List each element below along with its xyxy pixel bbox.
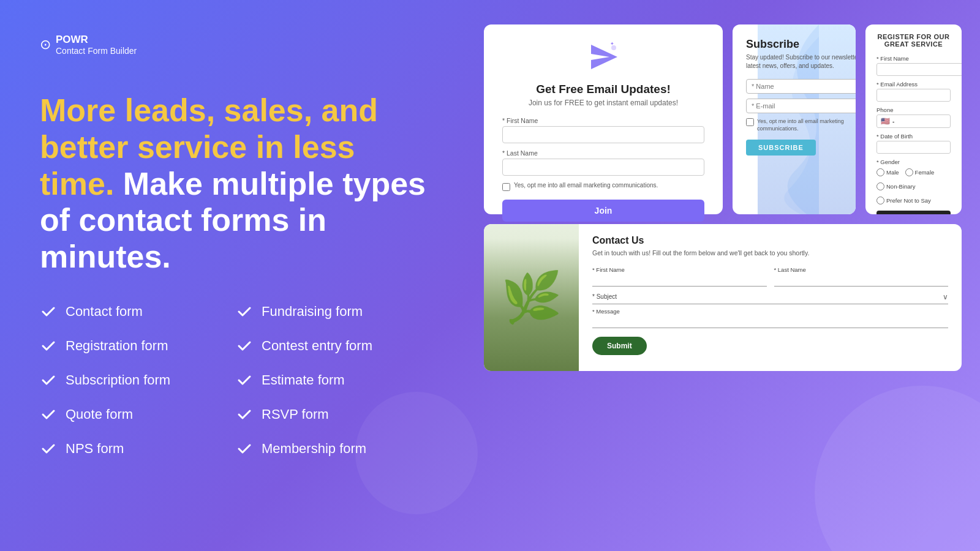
check-icon [236, 440, 253, 457]
gender-male-radio[interactable] [876, 168, 884, 176]
feature-label: Fundraising form [262, 304, 363, 320]
logo-area: ⊙ POWR Contact Form Builder [40, 34, 426, 56]
reg-first-name-label: * First Name [876, 55, 962, 62]
subscribe-title: Subscribe [746, 38, 856, 51]
feature-membership-form: Membership form [236, 440, 426, 457]
chevron-down-icon: ∨ [943, 293, 948, 301]
checkbox-label: Yes, opt me into all email marketing com… [514, 182, 658, 189]
reg-gender-options: Male Female Non-Binary Prefer Not t [876, 168, 951, 204]
checkbox-row: Yes, opt me into all email marketing com… [502, 182, 704, 191]
subscribe-checkbox-label: Yes, opt me into all email marketing com… [757, 118, 856, 132]
left-panel: ⊙ POWR Contact Form Builder More leads, … [0, 0, 466, 551]
logo-icon: ⊙ [40, 37, 51, 53]
feature-nps-form: NPS form [40, 440, 230, 457]
gender-female-radio[interactable] [905, 168, 913, 176]
features-grid: Contact form Registration form Subscript… [40, 303, 426, 457]
reg-email-input[interactable] [876, 89, 951, 102]
feature-label: Registration form [66, 338, 168, 354]
feature-label: RSVP form [262, 407, 329, 422]
check-icon [40, 337, 57, 354]
marketing-checkbox[interactable] [502, 183, 510, 191]
forms-bottom-row: 🌿 Contact Us Get in touch with us! Fill … [484, 224, 962, 371]
ivy-leaves: 🌿 [484, 224, 579, 371]
last-name-input[interactable] [502, 159, 704, 176]
contact-last-name-input[interactable] [774, 275, 949, 287]
register-body: REGISTER FOR OUR GREAT SERVICE * First N… [865, 24, 962, 214]
feature-label: Membership form [262, 441, 366, 457]
features-col1: Contact form Registration form Subscript… [40, 303, 230, 457]
register-form-card: HELLO REGISTER FOR OUR GREAT SERVICE * F… [865, 24, 962, 214]
feature-quote-form: Quote form [40, 406, 230, 423]
register-button[interactable]: REGISTER [876, 211, 951, 214]
feature-registration-form: Registration form [40, 337, 230, 354]
contact-subject-label: * Subject [592, 293, 617, 300]
contact-name-row: * First Name * Last Name [592, 266, 948, 287]
gender-prefer-not-label: Prefer Not to Say [886, 197, 931, 204]
contact-first-name-group: * First Name [592, 266, 767, 287]
reg-gender-group: * Gender Male Female Non-Binary [876, 159, 951, 204]
gender-nonbinary-radio[interactable] [876, 182, 884, 190]
gender-prefer-not-radio[interactable] [876, 197, 884, 204]
email-form-card: ✦ Get Free Email Updates! Join us for FR… [484, 24, 723, 214]
contact-last-name-label: * Last Name [774, 266, 949, 273]
gender-prefer-not[interactable]: Prefer Not to Say [876, 197, 931, 204]
gender-male-label: Male [886, 169, 899, 176]
check-icon [40, 303, 57, 320]
brand-name: POWR [56, 34, 137, 46]
feature-subscription-form: Subscription form [40, 372, 230, 389]
check-icon [236, 337, 253, 354]
contact-subject-row[interactable]: * Subject ∨ [592, 290, 948, 304]
contact-message-input[interactable] [592, 317, 948, 328]
check-icon [236, 303, 253, 320]
contact-last-name-group: * Last Name [774, 266, 949, 287]
check-icon [40, 406, 57, 423]
contact-first-name-input[interactable] [592, 275, 767, 287]
register-title: REGISTER FOR OUR GREAT SERVICE [876, 33, 951, 48]
brand-subtitle: Contact Form Builder [56, 46, 137, 56]
feature-label: Quote form [66, 407, 133, 422]
first-name-label: * First Name [502, 117, 538, 124]
logo-text: POWR Contact Form Builder [56, 34, 137, 56]
last-name-label: * Last Name [502, 149, 538, 157]
paper-plane-icon: ✦ [588, 42, 619, 78]
reg-email-group: * Email Address [876, 81, 951, 102]
reg-gender-label: * Gender [876, 159, 951, 165]
contact-submit-button[interactable]: Submit [592, 337, 647, 355]
feature-contact-form: Contact form [40, 303, 230, 320]
gender-nonbinary-label: Non-Binary [886, 183, 916, 190]
contact-title: Contact Us [592, 235, 948, 246]
email-form-title: Get Free Email Updates! [536, 83, 671, 96]
feature-label: NPS form [66, 441, 124, 457]
subscribe-form-card: Subscribe Stay updated! Subscribe to our… [733, 24, 856, 214]
reg-phone-input[interactable]: 🇺🇸 - [876, 114, 951, 128]
join-button[interactable]: Join [502, 200, 704, 222]
contact-message-group: * Message [592, 308, 948, 328]
subscribe-content: Subscribe Stay updated! Subscribe to our… [746, 38, 856, 156]
check-icon [236, 372, 253, 389]
gender-female[interactable]: Female [905, 168, 935, 176]
svg-text:✦: ✦ [610, 42, 614, 47]
subscribe-checkbox[interactable] [746, 118, 754, 126]
feature-estimate-form: Estimate form [236, 372, 426, 389]
subscribe-email-input[interactable] [746, 99, 856, 113]
first-name-input[interactable] [502, 126, 704, 143]
email-form-subtitle: Join us for FREE to get instant email up… [529, 99, 678, 107]
forms-top-row: ✦ Get Free Email Updates! Join us for FR… [484, 24, 962, 214]
subscribe-button[interactable]: SUBSCRIBE [746, 140, 816, 156]
reg-name-row: * First Name * Last Name [876, 55, 951, 76]
reg-first-name-input[interactable] [876, 63, 962, 76]
flag-icon: 🇺🇸 [881, 117, 890, 126]
subscribe-name-input[interactable] [746, 79, 856, 94]
feature-label: Contest entry form [262, 338, 372, 354]
reg-dob-group: * Date of Birth [876, 133, 951, 154]
gender-nonbinary[interactable]: Non-Binary [876, 182, 916, 190]
right-panel: ✦ Get Free Email Updates! Join us for FR… [466, 0, 980, 551]
reg-dob-input[interactable] [876, 141, 951, 154]
check-icon [40, 372, 57, 389]
feature-label: Estimate form [262, 372, 345, 388]
feature-contest-entry-form: Contest entry form [236, 337, 426, 354]
phone-dash: - [892, 118, 894, 125]
contact-subtitle: Get in touch with us! Fill out the form … [592, 249, 948, 258]
contact-body: Contact Us Get in touch with us! Fill ou… [579, 224, 962, 371]
gender-male[interactable]: Male [876, 168, 899, 176]
